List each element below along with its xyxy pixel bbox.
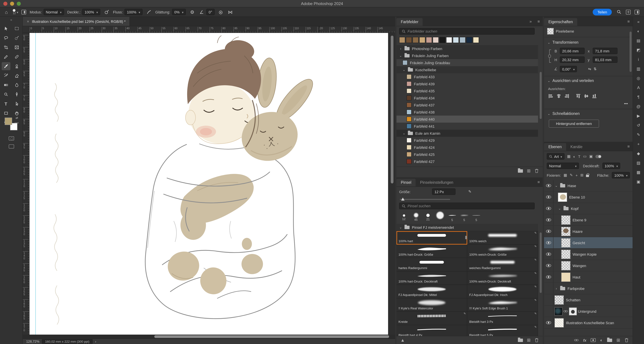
move-tool[interactable] [2,25,10,33]
brush-preset[interactable]: 12 [400,212,408,221]
chevron-down-icon[interactable] [399,225,402,229]
flip-vertical-icon[interactable]: ⇅ [594,67,596,71]
scrollbar-thumb[interactable] [154,335,389,338]
filter-smart-objects-icon[interactable]: ▣ [589,154,593,158]
layer-row-haare[interactable]: Haare [544,226,632,237]
history-brush-tool[interactable] [2,72,10,80]
brush-size-field[interactable]: 12 Px [432,189,456,195]
foreground-color-swatch[interactable] [5,118,12,125]
recent-swatch-chip[interactable] [399,37,405,43]
swatch-row[interactable]: Farbfeld 438 [396,108,538,116]
scrollbar-thumb[interactable] [630,32,632,72]
healing-brush-tool[interactable] [12,53,21,61]
transform-section-header[interactable]: Transformieren [548,40,578,44]
share-button[interactable]: Teilen [593,9,612,15]
search-icon[interactable] [616,10,622,14]
brush-preset-cell[interactable]: 100% hart [396,231,467,245]
fill-select[interactable]: 100% [612,172,630,178]
lock-artboard-icon[interactable]: ⊞ [580,173,584,177]
panel-menu-icon[interactable]: ≡ [535,180,543,187]
deckkraft-select[interactable]: 100% [82,9,100,15]
brush-preset[interactable]: 45 [412,212,420,221]
recent-swatch-chip[interactable] [426,37,432,43]
dodge-tool[interactable] [2,90,10,98]
quick-mask-mode-icon[interactable] [9,136,14,140]
info-panel-icon[interactable]: i [634,56,642,63]
swatch-search-input[interactable]: Farbfelder suchen [399,28,535,35]
filter-pixel-layers-icon[interactable]: ▦ [567,154,570,158]
tab-ebenen[interactable]: Ebenen [544,143,566,151]
swatch-group-fj[interactable]: Fräulein Juling Farben [396,52,538,59]
swap-colors-icon[interactable]: ⇄ [16,116,18,120]
scrollbar-thumb[interactable] [391,36,394,184]
adjustments-panel-icon[interactable]: ◐ [634,28,642,35]
recent-swatch-chip[interactable] [440,37,446,43]
gradients-panel-icon[interactable]: ▨ [634,159,642,167]
quick-actions-header[interactable]: Schnellaktionen [548,111,580,116]
swatch-row[interactable]: Farbfeld 433 [396,73,538,80]
eyedropper-tool[interactable] [2,53,10,61]
brush-preset-cell[interactable]: Bleistift hart 4 Px [396,325,467,336]
swatch-row[interactable]: Farbfeld 429 [396,137,538,144]
status-chevron-icon[interactable]: › [95,340,96,343]
swatch-color-chip[interactable] [406,159,412,164]
chevron-down-icon[interactable] [402,68,406,72]
layer-thumbnail[interactable] [562,227,570,236]
color-panel-icon[interactable]: ◩ [634,46,642,54]
recent-swatch-chip[interactable] [460,37,466,43]
swatch-group-photoshop[interactable]: Photoshop Farben [396,45,538,52]
brush-preset[interactable]: 5 [448,212,456,222]
layer-row-illustration-scan[interactable]: Illustration Kuschelliebe Scan [544,317,632,328]
add-layer-mask-icon[interactable] [591,338,596,342]
clone-stamp-tool[interactable] [12,62,21,70]
swatch-group-kuschelliebe[interactable]: Kuschelliebe [396,66,538,73]
swatch-group-eule[interactable]: Eule am Kamin [396,130,538,137]
swatch-color-chip[interactable] [402,60,408,65]
screen-mode-icon[interactable] [9,144,14,148]
brush-preset[interactable]: 5 [472,212,480,222]
layer-filter-select[interactable]: Art [547,153,564,159]
swatch-color-chip[interactable] [406,88,412,93]
new-swatch-icon[interactable]: ⊞ [527,168,531,173]
align-top-button[interactable] [575,93,582,99]
y-field[interactable]: 81,03 mm [593,56,618,63]
layer-row-gesicht-selected[interactable]: Gesicht [544,237,632,249]
brush-settings-panel-icon[interactable]: ✎ [634,131,642,138]
styles-panel-icon[interactable]: ◆ [634,150,642,157]
recent-swatch-chip[interactable] [433,37,439,43]
brush-preset[interactable]: 5 [460,212,468,222]
more-options-button[interactable]: ••• [624,101,628,105]
clone-source-panel-icon[interactable]: + [634,140,642,148]
properties-scrollbar[interactable] [629,28,632,139]
modus-select[interactable]: Normal [44,9,64,15]
gradient-tool[interactable] [2,81,10,89]
layer-row-wangen-kopie[interactable]: Wangen Kopie [544,249,632,260]
ruler-corner[interactable] [23,26,30,33]
swatch-color-chip[interactable] [406,95,412,100]
patterns-panel-icon[interactable]: ▩ [634,169,642,176]
character-panel-icon[interactable]: A [634,84,642,91]
mask-link-icon[interactable] [564,310,568,312]
tab-farbfelder[interactable]: Farbfelder [396,18,423,26]
hand-tool[interactable] [12,109,21,117]
align-right-button[interactable] [564,93,570,99]
new-group-icon[interactable] [518,338,523,342]
brush-preset-cell[interactable]: ✎100% weich-Druck: Größe [467,245,538,258]
recent-swatch-chip[interactable] [412,37,418,43]
swatch-row[interactable]: Farbfeld 425 [396,151,538,158]
swatch-color-chip[interactable] [406,152,412,157]
trash-icon[interactable] [624,338,628,342]
layer-row-untergrund[interactable]: Untergrund [544,306,632,317]
brush-preset-picker[interactable]: 12 [13,9,18,15]
layer-thumbnail[interactable] [555,295,564,304]
shape-tool[interactable] [2,109,10,117]
eraser-tool[interactable] [12,72,21,80]
brush-preset-cell[interactable]: ✎FJ Aquarellpinsel Dk: Hoch [467,285,538,298]
dock-collapse-icon[interactable]: » [526,19,535,26]
visibility-toggle[interactable] [544,317,554,328]
layer-thumbnail[interactable] [555,307,562,315]
swatch-row[interactable]: Farbfeld 435 [396,87,538,94]
expand-dock-icon[interactable]: « [634,18,642,26]
align-middle-button[interactable] [583,93,590,99]
swatch-row[interactable]: Farbfeld 439 [396,80,538,87]
